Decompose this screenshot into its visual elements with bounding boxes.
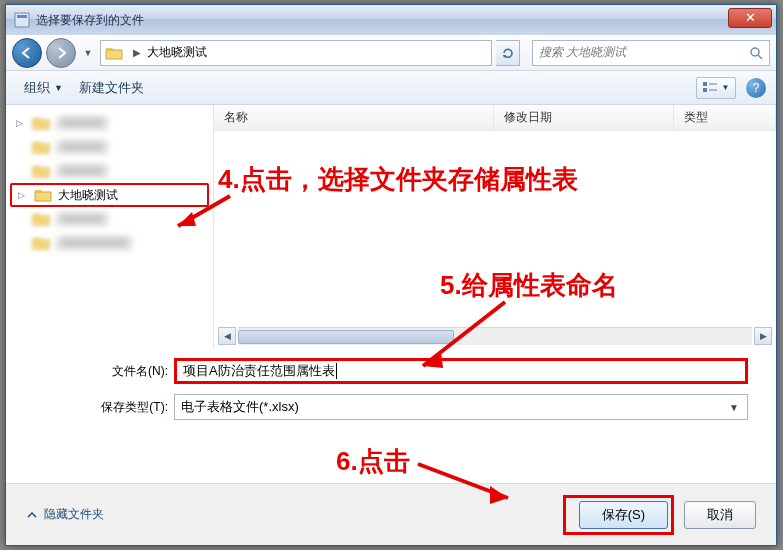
- tree-node[interactable]: XXXXX: [10, 159, 209, 183]
- view-options-button[interactable]: ▼: [696, 77, 736, 99]
- svg-point-3: [751, 48, 759, 56]
- tree-node[interactable]: ▷XXXXX: [10, 111, 209, 135]
- save-dialog: 选择要保存到的文件 ✕ ▼ ▶ 大地晓测试 搜索 大地晓测试 组织 ▼ 新建文件…: [5, 4, 777, 546]
- folder-icon: [34, 187, 52, 203]
- savetype-label: 保存类型(T):: [82, 399, 174, 416]
- back-arrow-icon: [20, 47, 34, 59]
- column-type[interactable]: 类型: [674, 105, 776, 130]
- new-folder-label: 新建文件夹: [79, 79, 144, 97]
- annotation-arrow-4: [160, 192, 240, 252]
- search-icon: [749, 46, 763, 60]
- scroll-left-button[interactable]: ◀: [218, 327, 236, 345]
- save-button[interactable]: 保存(S): [579, 501, 668, 529]
- forward-button[interactable]: [46, 38, 76, 68]
- annotation-arrow-5: [405, 296, 525, 376]
- svg-line-4: [758, 55, 762, 59]
- savetype-row: 保存类型(T): 电子表格文件(*.xlsx) ▼: [82, 394, 748, 420]
- savetype-combo[interactable]: 电子表格文件(*.xlsx) ▼: [174, 394, 748, 420]
- search-input[interactable]: 搜索 大地晓测试: [532, 40, 770, 66]
- hide-folders-label: 隐藏文件夹: [44, 506, 104, 523]
- column-date[interactable]: 修改日期: [494, 105, 674, 130]
- chevron-down-icon: ▼: [54, 83, 63, 93]
- filename-label: 文件名(N):: [82, 363, 174, 380]
- text-cursor: [336, 363, 337, 379]
- history-dropdown[interactable]: ▼: [80, 42, 96, 64]
- organize-label: 组织: [24, 79, 50, 97]
- chevron-up-icon: [26, 509, 38, 521]
- folder-icon: [105, 45, 123, 61]
- cancel-button[interactable]: 取消: [684, 501, 756, 529]
- refresh-icon: [501, 46, 515, 60]
- tree-node[interactable]: XXXXX: [10, 135, 209, 159]
- column-name[interactable]: 名称: [214, 105, 494, 130]
- column-headers: 名称 修改日期 类型: [214, 105, 776, 131]
- expand-icon[interactable]: ▷: [16, 118, 23, 128]
- expand-icon[interactable]: ▷: [18, 190, 25, 200]
- toolbar: 组织 ▼ 新建文件夹 ▼ ?: [6, 71, 776, 105]
- svg-rect-5: [703, 82, 707, 86]
- svg-rect-6: [703, 88, 707, 92]
- svg-marker-12: [423, 352, 443, 368]
- hide-folders-toggle[interactable]: 隐藏文件夹: [26, 506, 104, 523]
- breadcrumb-separator: ▶: [133, 47, 141, 58]
- help-button[interactable]: ?: [746, 78, 766, 98]
- annotation-arrow-6: [412, 452, 532, 512]
- refresh-button[interactable]: [496, 40, 520, 66]
- chevron-down-icon: ▼: [725, 398, 743, 416]
- navigation-row: ▼ ▶ 大地晓测试 搜索 大地晓测试: [6, 35, 776, 71]
- svg-line-11: [423, 302, 505, 366]
- forward-arrow-icon: [54, 47, 68, 59]
- search-placeholder: 搜索 大地晓测试: [539, 44, 626, 61]
- fields-area: 文件名(N): 项目A防治责任范围属性表 保存类型(T): 电子表格文件(*.x…: [6, 348, 776, 434]
- svg-marker-10: [178, 212, 196, 226]
- close-button[interactable]: ✕: [728, 8, 772, 28]
- save-button-highlight: 保存(S): [563, 495, 674, 535]
- tree-node-label: 大地晓测试: [58, 187, 118, 204]
- filename-value: 项目A防治责任范围属性表: [183, 362, 335, 380]
- main-body: ▷XXXXX XXXXX XXXXX ▷大地晓测试 XXXXX XXXXXXXX…: [6, 105, 776, 348]
- new-folder-button[interactable]: 新建文件夹: [71, 75, 152, 101]
- address-bar[interactable]: ▶ 大地晓测试: [100, 40, 492, 66]
- app-icon: [14, 12, 30, 28]
- view-icon: [703, 82, 719, 94]
- svg-rect-1: [17, 15, 27, 18]
- window-title: 选择要保存到的文件: [36, 12, 144, 29]
- organize-menu[interactable]: 组织 ▼: [16, 75, 71, 101]
- footer: 隐藏文件夹 保存(S) 取消: [6, 483, 776, 545]
- chevron-down-icon: ▼: [722, 83, 730, 92]
- savetype-value: 电子表格文件(*.xlsx): [181, 398, 299, 416]
- breadcrumb-current: 大地晓测试: [147, 44, 207, 61]
- titlebar: 选择要保存到的文件 ✕: [6, 5, 776, 35]
- scroll-right-button[interactable]: ▶: [754, 327, 772, 345]
- back-button[interactable]: [12, 38, 42, 68]
